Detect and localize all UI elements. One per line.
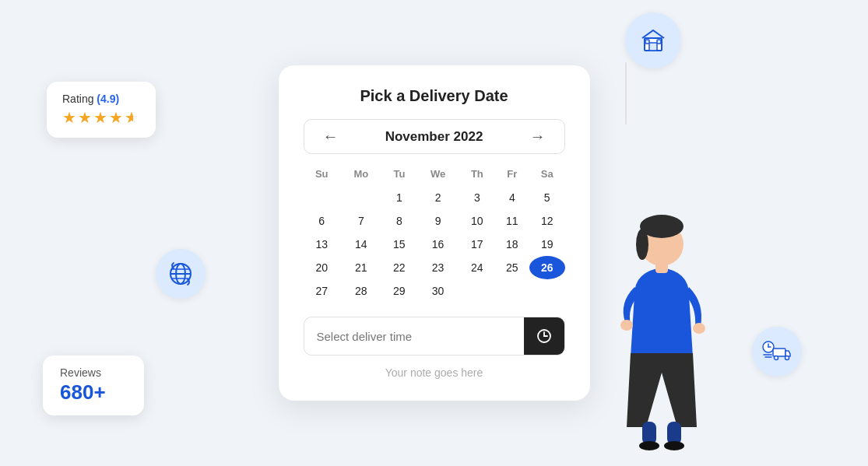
reviews-card: Reviews 680+ bbox=[43, 356, 144, 415]
calendar-day[interactable]: 3 bbox=[459, 186, 494, 209]
rating-card: Rating (4.9) ★ ★ ★ ★ ☆ ★ bbox=[47, 82, 156, 138]
calendar-day[interactable]: 26 bbox=[529, 256, 564, 279]
calendar-day[interactable]: 5 bbox=[529, 186, 564, 209]
delivery-truck-icon bbox=[762, 341, 792, 363]
card-title: Pick a Delivery Date bbox=[304, 87, 565, 105]
svg-point-26 bbox=[664, 441, 684, 450]
time-clock-button[interactable] bbox=[524, 317, 564, 355]
rating-label: Rating (4.9) bbox=[62, 93, 140, 105]
day-of-week-header: Mo bbox=[340, 165, 382, 186]
svg-point-15 bbox=[785, 356, 789, 360]
scene: Rating (4.9) ★ ★ ★ ★ ☆ ★ Reviews 680+ bbox=[0, 0, 868, 466]
calendar-day[interactable]: 4 bbox=[495, 186, 529, 209]
day-of-week-header: Tu bbox=[382, 165, 416, 186]
calendar-day[interactable]: 27 bbox=[304, 279, 340, 303]
star-3: ★ bbox=[93, 108, 107, 127]
days-of-week-row: SuMoTuWeThFrSa bbox=[304, 165, 565, 186]
calendar-day bbox=[340, 186, 382, 209]
calendar-week-row: 6789101112 bbox=[304, 209, 565, 233]
svg-point-22 bbox=[620, 320, 633, 331]
day-of-week-header: Su bbox=[304, 165, 340, 186]
globe-circle bbox=[156, 249, 206, 299]
svg-rect-13 bbox=[773, 349, 785, 356]
calendar-day[interactable]: 12 bbox=[529, 209, 564, 233]
svg-point-20 bbox=[636, 229, 648, 260]
calendar-card: Pick a Delivery Date ← November 2022 → S… bbox=[279, 65, 590, 401]
reviews-label: Reviews bbox=[60, 366, 127, 379]
calendar-day bbox=[495, 279, 529, 303]
svg-rect-8 bbox=[657, 40, 661, 44]
day-of-week-header: Fr bbox=[495, 165, 529, 186]
globe-icon bbox=[167, 261, 194, 287]
calendar-day[interactable]: 6 bbox=[304, 209, 340, 233]
star-4: ★ bbox=[109, 108, 123, 127]
svg-point-21 bbox=[693, 323, 705, 334]
calendar-week-row: 27282930 bbox=[304, 279, 565, 303]
store-circle bbox=[625, 12, 681, 68]
calendar-day[interactable]: 7 bbox=[340, 209, 382, 233]
clock-icon bbox=[536, 328, 552, 344]
calendar-day[interactable]: 23 bbox=[416, 256, 459, 279]
calendar-day[interactable]: 1 bbox=[382, 186, 416, 209]
calendar-day[interactable]: 22 bbox=[382, 256, 416, 279]
calendar-body: 1234567891011121314151617181920212223242… bbox=[304, 186, 565, 303]
calendar-day[interactable]: 17 bbox=[459, 233, 494, 256]
calendar-day[interactable]: 11 bbox=[495, 209, 529, 233]
calendar-grid: SuMoTuWeThFrSa 1234567891011121314151617… bbox=[304, 165, 565, 303]
truck-circle bbox=[752, 327, 802, 377]
note-placeholder: Your note goes here bbox=[304, 366, 565, 379]
calendar-day[interactable]: 30 bbox=[416, 279, 459, 303]
calendar-day[interactable]: 28 bbox=[340, 279, 382, 303]
calendar-day[interactable]: 20 bbox=[304, 256, 340, 279]
prev-month-button[interactable]: ← bbox=[318, 128, 343, 145]
calendar-day[interactable]: 9 bbox=[416, 209, 459, 233]
calendar-month: November 2022 bbox=[385, 129, 483, 145]
rating-value: (4.9) bbox=[97, 93, 119, 105]
stars: ★ ★ ★ ★ ☆ ★ bbox=[62, 108, 140, 127]
time-selector-row bbox=[304, 317, 565, 356]
day-of-week-header: We bbox=[416, 165, 459, 186]
svg-rect-27 bbox=[655, 262, 668, 273]
calendar-nav: ← November 2022 → bbox=[304, 119, 565, 154]
day-of-week-header: Sa bbox=[529, 165, 564, 186]
store-icon bbox=[638, 26, 668, 55]
next-month-button[interactable]: → bbox=[525, 128, 550, 145]
star-1: ★ bbox=[62, 108, 76, 127]
calendar-day[interactable]: 24 bbox=[459, 256, 494, 279]
time-input[interactable] bbox=[304, 319, 524, 354]
calendar-day[interactable]: 10 bbox=[459, 209, 494, 233]
calendar-day[interactable]: 25 bbox=[495, 256, 529, 279]
calendar-day[interactable]: 21 bbox=[340, 256, 382, 279]
calendar-day[interactable]: 15 bbox=[382, 233, 416, 256]
calendar-week-row: 13141516171819 bbox=[304, 233, 565, 256]
calendar-day[interactable]: 16 bbox=[416, 233, 459, 256]
calendar-day[interactable]: 13 bbox=[304, 233, 340, 256]
svg-rect-6 bbox=[649, 43, 657, 51]
star-half: ☆ ★ bbox=[125, 108, 139, 127]
rating-text: Rating bbox=[62, 93, 97, 105]
svg-point-14 bbox=[775, 356, 778, 360]
day-of-week-header: Th bbox=[459, 165, 494, 186]
calendar-day bbox=[529, 279, 564, 303]
calendar-day bbox=[459, 279, 494, 303]
svg-rect-7 bbox=[645, 40, 649, 44]
calendar-week-row: 20212223242526 bbox=[304, 256, 565, 279]
calendar-day[interactable]: 19 bbox=[529, 233, 564, 256]
vertical-line bbox=[625, 62, 627, 124]
calendar-day[interactable]: 2 bbox=[416, 186, 459, 209]
calendar-day[interactable]: 8 bbox=[382, 209, 416, 233]
calendar-week-row: 12345 bbox=[304, 186, 565, 209]
calendar-day[interactable]: 14 bbox=[340, 233, 382, 256]
person-illustration bbox=[611, 201, 712, 450]
reviews-count: 680+ bbox=[60, 380, 127, 405]
star-2: ★ bbox=[78, 108, 92, 127]
calendar-day[interactable]: 18 bbox=[495, 233, 529, 256]
svg-point-25 bbox=[639, 441, 659, 450]
calendar-day bbox=[304, 186, 340, 209]
calendar-day[interactable]: 29 bbox=[382, 279, 416, 303]
